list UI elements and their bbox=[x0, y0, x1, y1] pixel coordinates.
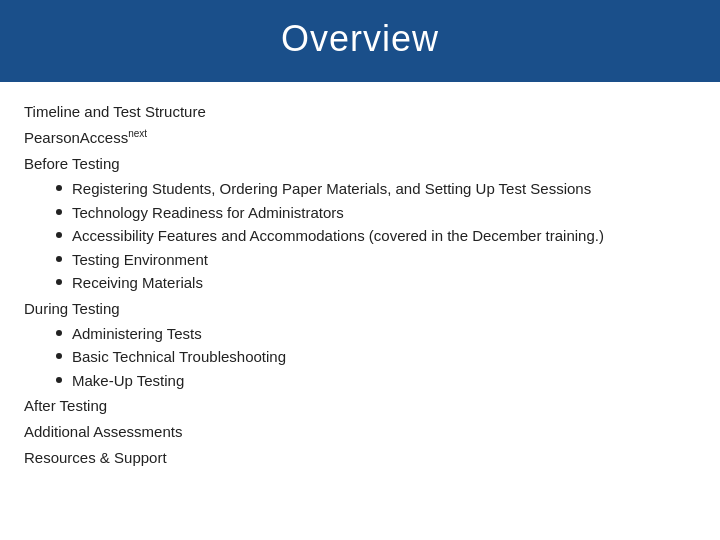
section-during-testing-label: During Testing bbox=[24, 300, 120, 317]
bullet-icon bbox=[56, 232, 62, 238]
bullet-icon bbox=[56, 330, 62, 336]
list-item: Technology Readiness for Administrators bbox=[24, 202, 696, 225]
section-additional-assessments: Additional Assessments bbox=[24, 420, 696, 444]
bullet-icon bbox=[56, 279, 62, 285]
slide-header: Overview bbox=[0, 0, 720, 82]
list-item-text: Basic Technical Troubleshooting bbox=[72, 346, 696, 369]
section-during-testing: During Testing Administering Tests Basic… bbox=[24, 297, 696, 393]
bullet-icon bbox=[56, 256, 62, 262]
list-item: Accessibility Features and Accommodation… bbox=[24, 225, 696, 248]
section-timeline-label: Timeline and Test Structure bbox=[24, 103, 206, 120]
section-timeline: Timeline and Test Structure bbox=[24, 100, 696, 124]
section-resources: Resources & Support bbox=[24, 446, 696, 470]
list-item-text: Testing Environment bbox=[72, 249, 696, 272]
section-pearson-label: PearsonAccessnext bbox=[24, 129, 147, 146]
list-item: Basic Technical Troubleshooting bbox=[24, 346, 696, 369]
section-after-testing-label: After Testing bbox=[24, 397, 107, 414]
list-item: Registering Students, Ordering Paper Mat… bbox=[24, 178, 696, 201]
section-before-testing-label: Before Testing bbox=[24, 155, 120, 172]
list-item: Testing Environment bbox=[24, 249, 696, 272]
list-item-text: Administering Tests bbox=[72, 323, 696, 346]
list-item-text: Receiving Materials bbox=[72, 272, 696, 295]
bullet-icon bbox=[56, 185, 62, 191]
list-item-text: Make-Up Testing bbox=[72, 370, 696, 393]
bullet-icon bbox=[56, 353, 62, 359]
bullet-icon bbox=[56, 209, 62, 215]
list-item: Receiving Materials bbox=[24, 272, 696, 295]
list-item: Make-Up Testing bbox=[24, 370, 696, 393]
list-item: Administering Tests bbox=[24, 323, 696, 346]
slide-title: Overview bbox=[20, 18, 700, 60]
bullet-icon bbox=[56, 377, 62, 383]
section-after-testing: After Testing bbox=[24, 394, 696, 418]
list-item-text: Accessibility Features and Accommodation… bbox=[72, 225, 696, 248]
section-additional-assessments-label: Additional Assessments bbox=[24, 423, 182, 440]
slide-content: Timeline and Test Structure PearsonAcces… bbox=[0, 82, 720, 488]
section-resources-label: Resources & Support bbox=[24, 449, 167, 466]
section-pearson: PearsonAccessnext bbox=[24, 126, 696, 150]
list-item-text: Technology Readiness for Administrators bbox=[72, 202, 696, 225]
superscript-next: next bbox=[128, 128, 147, 139]
list-item-text: Registering Students, Ordering Paper Mat… bbox=[72, 178, 696, 201]
during-testing-list: Administering Tests Basic Technical Trou… bbox=[24, 323, 696, 393]
section-before-testing: Before Testing Registering Students, Ord… bbox=[24, 152, 696, 295]
before-testing-list: Registering Students, Ordering Paper Mat… bbox=[24, 178, 696, 295]
